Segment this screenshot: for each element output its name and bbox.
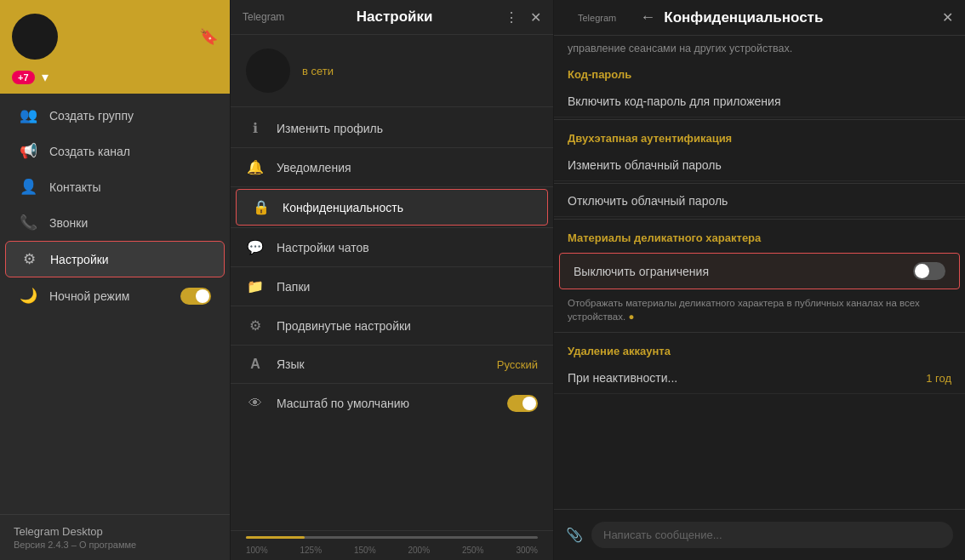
divider xyxy=(231,227,553,228)
more-icon[interactable]: ⋮ xyxy=(505,9,518,26)
scale-icon: 👁 xyxy=(246,396,265,411)
notifications-icon: 🔔 xyxy=(246,159,265,175)
inactivity-item[interactable]: При неактивности... 1 год xyxy=(554,363,965,394)
settings-icon: ⚙ xyxy=(20,250,38,268)
disable-restrictions-toggle[interactable] xyxy=(913,262,945,280)
sidebar-item-settings[interactable]: ⚙ Настройки xyxy=(5,241,225,277)
settings-title: Настройки xyxy=(357,9,433,26)
settings-item-privacy[interactable]: 🔒 Конфиденциальность xyxy=(236,189,548,226)
divider xyxy=(231,266,553,267)
avatar[interactable] xyxy=(12,14,58,60)
divider xyxy=(554,332,965,333)
left-panel: 🔖 +7 ▾ 👥 Создать группу 📢 Создать канал … xyxy=(0,0,230,560)
left-header-top: 🔖 xyxy=(12,14,218,60)
telegram-label-middle: Telegram xyxy=(243,11,284,23)
sensitive-header: Материалы деликатного характера xyxy=(554,221,965,249)
calls-label: Звонки xyxy=(49,216,88,230)
calls-icon: 📞 xyxy=(19,214,37,231)
profile-avatar xyxy=(246,49,290,93)
profile-section[interactable]: в сети xyxy=(231,35,553,107)
settings-item-chat[interactable]: 💬 Настройки чатов xyxy=(231,230,553,265)
disable-restrictions-label: Выключить ограничения xyxy=(574,265,709,278)
divider xyxy=(231,147,553,148)
settings-item-scale[interactable]: 👁 Масштаб по умолчанию xyxy=(231,386,553,421)
divider xyxy=(554,219,965,220)
inactivity-value: 1 год xyxy=(926,372,951,385)
zoom-200: 200% xyxy=(408,546,430,555)
privacy-panel-header: Telegram ← Конфиденциальность ✕ xyxy=(554,0,965,36)
left-header-bottom: +7 ▾ xyxy=(12,69,49,85)
profile-label: Изменить профиль xyxy=(277,122,383,135)
divider xyxy=(554,183,965,184)
zoom-bar[interactable] xyxy=(231,530,553,544)
close-privacy-icon[interactable]: ✕ xyxy=(942,9,953,26)
close-icon[interactable]: ✕ xyxy=(530,9,541,26)
scale-toggle[interactable] xyxy=(507,395,538,412)
expand-arrow-icon[interactable]: ▾ xyxy=(42,69,49,85)
message-placeholder: Написать сообщение... xyxy=(603,529,722,541)
settings-panel-header: Telegram Настройки ⋮ ✕ xyxy=(231,0,553,35)
settings-item-advanced[interactable]: ⚙ Продвинутые настройки xyxy=(231,308,553,343)
attachment-icon[interactable]: 📎 xyxy=(566,527,583,543)
left-header: 🔖 +7 ▾ xyxy=(0,0,230,94)
bookmark-icon[interactable]: 🔖 xyxy=(199,27,218,46)
message-input[interactable]: Написать сообщение... xyxy=(591,522,953,548)
lock-icon: 🔒 xyxy=(252,199,271,215)
privacy-title: Конфиденциальность xyxy=(664,9,934,26)
sensitive-row: Выключить ограничения xyxy=(574,262,945,280)
create-channel-icon: 📢 xyxy=(19,142,37,160)
two-step-header: Двухэтапная аутентификация xyxy=(554,122,965,150)
settings-item-profile[interactable]: ℹ Изменить профиль xyxy=(231,111,553,146)
zoom-300: 300% xyxy=(516,546,538,555)
divider xyxy=(231,186,553,187)
settings-item-language[interactable]: A Язык Русский xyxy=(231,347,553,381)
zoom-250: 250% xyxy=(462,546,484,555)
create-group-icon: 👥 xyxy=(19,106,37,124)
sensitive-note: Отображать материалы деликатного характе… xyxy=(554,293,965,330)
sidebar-item-create-channel[interactable]: 📢 Создать канал xyxy=(5,134,225,169)
sidebar-item-contacts[interactable]: 👤 Контакты xyxy=(5,169,225,204)
message-input-area: 📎 Написать сообщение... xyxy=(554,515,965,555)
advanced-icon: ⚙ xyxy=(246,317,265,334)
language-value: Русский xyxy=(497,358,538,371)
settings-item-notifications[interactable]: 🔔 Уведомления xyxy=(231,150,553,185)
sensitive-item[interactable]: Выключить ограничения xyxy=(559,253,960,289)
create-channel-label: Создать канал xyxy=(49,145,130,158)
back-arrow-icon[interactable]: ← xyxy=(640,9,655,26)
left-footer: Telegram Desktop Версия 2.4.3 – О програ… xyxy=(0,514,230,560)
disable-cloud-password-label: Отключить облачный пароль xyxy=(568,194,728,208)
right-panel-bottom: 📎 Написать сообщение... xyxy=(554,509,965,560)
zoom-track[interactable] xyxy=(246,536,538,539)
notifications-label: Уведомления xyxy=(277,161,351,174)
change-cloud-password-label: Изменить облачный пароль xyxy=(568,158,722,172)
enable-passcode-item[interactable]: Включить код-пароль для приложения xyxy=(554,86,965,117)
menu-items: 👥 Создать группу 📢 Создать канал 👤 Конта… xyxy=(0,94,230,514)
zoom-labels: 100% 125% 150% 200% 250% 300% xyxy=(231,544,553,560)
inactivity-row: При неактивности... 1 год xyxy=(568,371,951,385)
change-cloud-password-item[interactable]: Изменить облачный пароль xyxy=(554,150,965,181)
contacts-icon: 👤 xyxy=(19,178,37,196)
app-version: Версия 2.4.3 – О программе xyxy=(14,540,216,550)
inactivity-label: При неактивности... xyxy=(568,371,677,385)
sessions-subtitle: управление сеансами на других устройства… xyxy=(554,36,965,58)
advanced-label: Продвинутые настройки xyxy=(277,319,411,333)
zoom-125: 125% xyxy=(300,546,322,555)
settings-item-folders[interactable]: 📁 Папки xyxy=(231,269,553,304)
folders-label: Папки xyxy=(277,280,310,294)
app-name: Telegram Desktop xyxy=(14,525,216,538)
night-mode-toggle[interactable] xyxy=(180,288,211,305)
divider xyxy=(231,306,553,306)
settings-list: ℹ Изменить профиль 🔔 Уведомления 🔒 Конфи… xyxy=(231,107,553,530)
sidebar-item-night-mode[interactable]: 🌙 Ночной режим xyxy=(5,278,225,313)
divider xyxy=(231,345,553,346)
passcode-header: Код-пароль xyxy=(554,58,965,86)
settings-header-icons: ⋮ ✕ xyxy=(505,9,541,26)
night-mode-label: Ночной режим xyxy=(49,289,129,303)
online-status: в сети xyxy=(302,63,334,78)
disable-cloud-password-item[interactable]: Отключить облачный пароль xyxy=(554,186,965,217)
night-mode-icon: 🌙 xyxy=(19,287,37,305)
chat-icon: 💬 xyxy=(246,239,265,255)
sidebar-item-calls[interactable]: 📞 Звонки xyxy=(5,205,225,240)
sidebar-item-create-group[interactable]: 👥 Создать группу xyxy=(5,98,225,133)
privacy-label: Конфиденциальность xyxy=(283,201,403,214)
